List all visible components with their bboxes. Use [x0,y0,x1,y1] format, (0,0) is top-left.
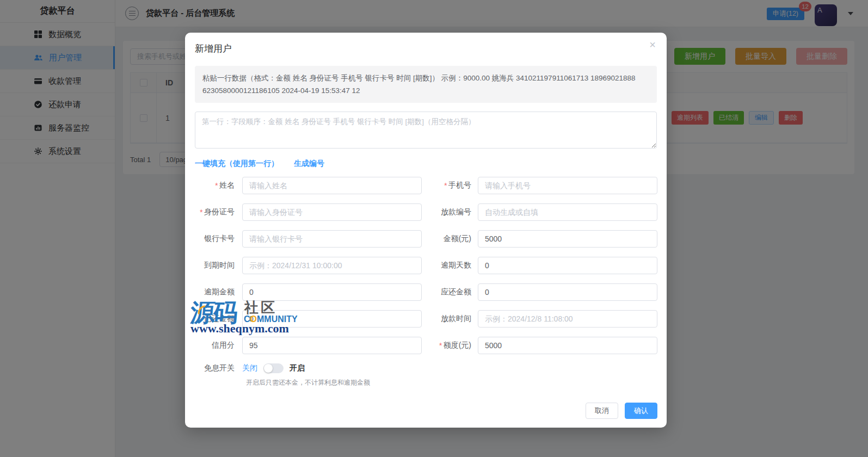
field-label-overdue-days: 逾期天数 [441,261,471,270]
field-label-quota: 额度(元) [444,341,471,350]
watermark-url: www.sheqnym.com [190,323,289,335]
loan-time-input[interactable] [478,310,657,328]
toggle-helper-text: 开启后只需还本金，不计算利息和逾期金额 [246,378,657,387]
cancel-button[interactable]: 取消 [586,403,618,419]
field-label-name: 姓名 [219,181,235,190]
one-click-fill-link[interactable]: 一键填充（使用第一行） [195,159,279,169]
generate-number-link[interactable]: 生成编号 [294,159,324,169]
id-number-input[interactable] [242,203,422,221]
interest-free-switch[interactable] [263,363,284,373]
watermark: 源码 社区 COMMUNITY www.sheqnym.com [190,298,307,339]
payable-amount-input[interactable] [478,283,657,301]
app-root: 贷款平台 数据概览 用户管理 收款管理 还款申请 服务器监控 系统设置 贷 [0,0,868,457]
name-input[interactable] [242,177,422,194]
confirm-button[interactable]: 确认 [625,403,657,419]
overdue-days-input[interactable] [478,257,657,274]
close-icon[interactable]: × [649,39,656,50]
watermark-cn-text: 社区 [244,300,277,314]
field-label-id-number: 身份证号 [204,207,235,217]
phone-input[interactable] [478,177,657,194]
field-label-credit-score: 信用分 [212,341,235,350]
field-label-interest-free: 免息开关 [204,363,235,373]
bank-card-input[interactable] [242,230,422,248]
field-label-bank-card: 银行卡号 [204,234,235,244]
amount-input[interactable] [478,230,657,248]
paste-data-textarea[interactable] [195,112,657,149]
field-label-due-time: 到期时间 [204,261,235,270]
toggle-off-label: 关闭 [242,363,257,373]
field-label-phone: 手机号 [448,181,471,190]
field-label-overdue-amount: 逾期金额 [204,287,235,297]
quota-input[interactable] [478,337,657,354]
add-user-modal: 新增用户 × 粘贴一行数据（格式：金额 姓名 身份证号 手机号 银行卡号 时间 … [185,33,667,428]
field-label-amount: 金额(元) [444,234,471,244]
toggle-on-label: 开启 [290,363,305,373]
field-label-loan-time: 放款时间 [441,314,471,324]
add-user-form: *姓名 *手机号 *身份证号 放款编号 [195,177,657,387]
loan-number-input[interactable] [478,203,657,221]
field-label-loan-number: 放款编号 [441,207,471,217]
due-time-input[interactable] [242,257,422,274]
credit-score-input[interactable] [242,337,422,354]
paste-format-hint: 粘贴一行数据（格式：金额 姓名 身份证号 手机号 银行卡号 时间 [期数]） 示… [195,66,657,103]
modal-title: 新增用户 [195,42,657,55]
field-label-payable-amount: 应还金额 [441,287,471,297]
